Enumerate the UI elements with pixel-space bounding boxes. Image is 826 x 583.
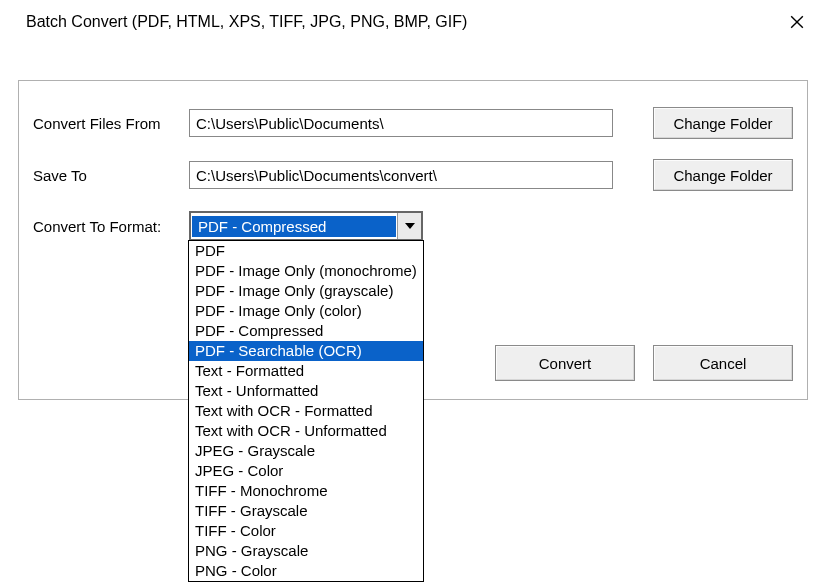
format-option[interactable]: Text with OCR - Formatted — [189, 401, 423, 421]
format-option[interactable]: PNG - Grayscale — [189, 541, 423, 561]
format-select[interactable]: PDF - Compressed — [189, 211, 423, 241]
change-folder-to-button[interactable]: Change Folder — [653, 159, 793, 191]
label-convert-from: Convert Files From — [33, 115, 189, 132]
format-option[interactable]: JPEG - Color — [189, 461, 423, 481]
format-option[interactable]: Text - Unformatted — [189, 381, 423, 401]
format-option[interactable]: PDF - Image Only (color) — [189, 301, 423, 321]
format-option[interactable]: PDF - Searchable (OCR) — [189, 341, 423, 361]
change-folder-from-button[interactable]: Change Folder — [653, 107, 793, 139]
cancel-button[interactable]: Cancel — [653, 345, 793, 381]
batch-convert-dialog: Batch Convert (PDF, HTML, XPS, TIFF, JPG… — [0, 0, 826, 583]
format-option[interactable]: Text - Formatted — [189, 361, 423, 381]
row-format: Convert To Format: PDF - Compressed — [33, 211, 793, 241]
chevron-down-icon[interactable] — [397, 213, 421, 239]
format-option[interactable]: JPEG - Grayscale — [189, 441, 423, 461]
format-option[interactable]: PDF - Image Only (grayscale) — [189, 281, 423, 301]
svg-marker-2 — [405, 223, 415, 229]
format-option[interactable]: PNG - Color — [189, 561, 423, 581]
format-option[interactable]: PDF - Compressed — [189, 321, 423, 341]
convert-button[interactable]: Convert — [495, 345, 635, 381]
format-option[interactable]: PDF - Image Only (monochrome) — [189, 261, 423, 281]
row-save-to: Save To Change Folder — [33, 159, 793, 191]
action-buttons: Convert Cancel — [495, 345, 793, 381]
format-option[interactable]: TIFF - Monochrome — [189, 481, 423, 501]
label-save-to: Save To — [33, 167, 189, 184]
close-icon[interactable] — [788, 13, 806, 31]
input-save-to[interactable] — [189, 161, 613, 189]
format-option[interactable]: TIFF - Grayscale — [189, 501, 423, 521]
input-convert-from[interactable] — [189, 109, 613, 137]
row-convert-from: Convert Files From Change Folder — [33, 107, 793, 139]
window-title: Batch Convert (PDF, HTML, XPS, TIFF, JPG… — [26, 13, 467, 31]
format-dropdown-list[interactable]: PDFPDF - Image Only (monochrome)PDF - Im… — [188, 240, 424, 582]
titlebar: Batch Convert (PDF, HTML, XPS, TIFF, JPG… — [0, 0, 826, 44]
label-convert-format: Convert To Format: — [33, 218, 189, 235]
format-selected-value: PDF - Compressed — [192, 216, 396, 237]
format-option[interactable]: TIFF - Color — [189, 521, 423, 541]
format-option[interactable]: PDF — [189, 241, 423, 261]
format-option[interactable]: Text with OCR - Unformatted — [189, 421, 423, 441]
